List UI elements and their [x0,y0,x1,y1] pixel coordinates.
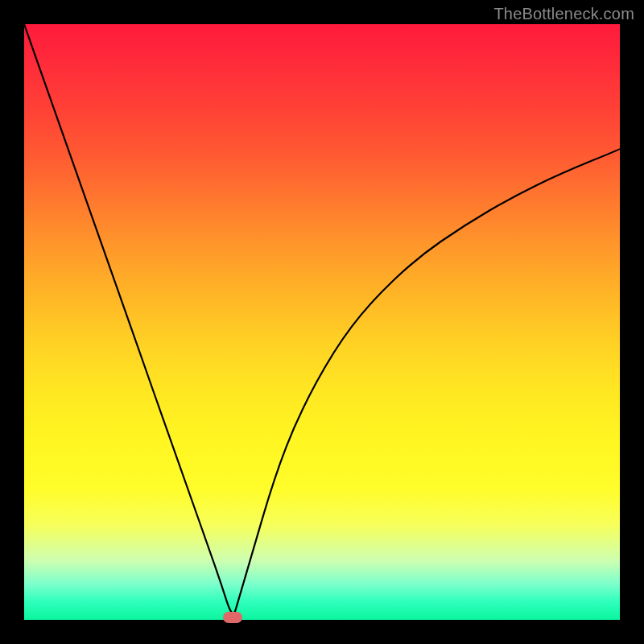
watermark-text: TheBottleneck.com [493,5,634,23]
plot-area [24,24,620,620]
bottleneck-curve [24,24,620,620]
optimum-marker [223,612,242,623]
curve-path [24,24,620,613]
chart-frame: TheBottleneck.com [0,0,644,644]
